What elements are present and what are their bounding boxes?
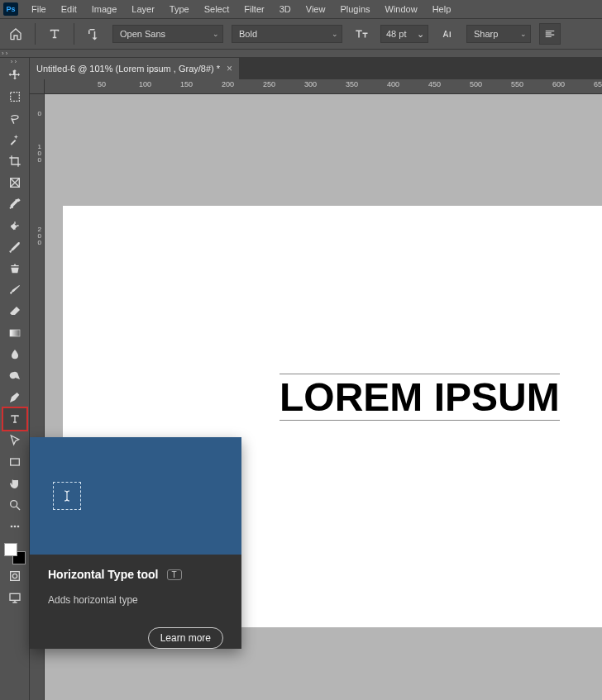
close-icon[interactable]: × [227, 63, 232, 74]
quick-mask-toggle[interactable] [3, 565, 26, 587]
svg-point-6 [13, 526, 16, 528]
frame-tool[interactable] [3, 172, 26, 193]
text-content[interactable]: LOREM IPSUM [280, 374, 560, 421]
font-size-input[interactable]: 48 pt ⌄ [380, 25, 428, 43]
marquee-tool[interactable] [3, 86, 26, 107]
menu-plugins[interactable]: Plugins [333, 2, 376, 17]
svg-point-4 [10, 501, 17, 507]
zoom-tool[interactable] [3, 494, 26, 516]
text-layer[interactable]: LOREM IPSUM [280, 374, 560, 421]
svg-rect-10 [10, 593, 20, 600]
svg-point-5 [10, 526, 12, 528]
svg-rect-2 [10, 330, 20, 336]
document-tab-strip: Untitled-6 @ 101% (Lorem ipsum , Gray/8#… [30, 58, 602, 79]
type-tool-icon[interactable] [44, 23, 65, 45]
toolbox-grip[interactable]: ›› [0, 58, 29, 64]
foreground-color-swatch[interactable] [4, 543, 17, 556]
menu-file[interactable]: File [25, 2, 53, 17]
tool-tooltip: Horizontal Type tool T Adds horizontal t… [30, 437, 241, 649]
move-tool[interactable] [3, 64, 26, 86]
font-family-dropdown[interactable]: Open Sans ⌄ [112, 25, 223, 43]
antialias-icon [437, 23, 458, 45]
chevron-down-icon: ⌄ [515, 30, 527, 38]
screen-mode-toggle[interactable] [3, 587, 26, 608]
document-tab-title: Untitled-6 @ 101% (Lorem ipsum , Gray/8#… [36, 64, 220, 74]
history-brush-tool[interactable] [3, 279, 26, 301]
brush-tool[interactable] [3, 236, 26, 258]
gradient-tool[interactable] [3, 322, 26, 344]
menu-window[interactable]: Window [379, 2, 424, 17]
lasso-tool[interactable] [3, 107, 26, 129]
menu-3d[interactable]: 3D [273, 2, 298, 17]
menu-image[interactable]: Image [85, 2, 124, 17]
healing-brush-tool[interactable] [3, 215, 26, 236]
type-tool[interactable] [3, 408, 26, 430]
font-style-value: Bold [239, 29, 257, 39]
edit-toolbar[interactable] [3, 516, 26, 537]
color-swatches[interactable] [3, 542, 26, 565]
toolbox: ›› [0, 58, 30, 700]
magic-wand-tool[interactable] [3, 129, 26, 150]
svg-point-9 [12, 574, 17, 578]
chevron-down-icon: ⌄ [327, 30, 338, 38]
font-family-value: Open Sans [120, 29, 165, 39]
pen-tool[interactable] [3, 387, 26, 408]
eyedropper-tool[interactable] [3, 193, 26, 215]
separator [35, 23, 36, 45]
menu-edit[interactable]: Edit [55, 2, 84, 17]
antialias-value: Sharp [474, 29, 498, 39]
options-bar: Open Sans ⌄ Bold ⌄ 48 pt ⌄ Sharp ⌄ [0, 18, 602, 50]
app-logo: Ps [3, 2, 18, 16]
tooltip-description: Adds horizontal type [48, 594, 223, 606]
separator [74, 23, 74, 45]
align-left-button[interactable] [539, 23, 561, 45]
menu-bar: Ps File Edit Image Layer Type Select Fil… [0, 0, 602, 18]
panel-toggle-handle[interactable]: ›› [0, 50, 602, 58]
svg-rect-3 [10, 459, 19, 465]
type-cursor-icon [53, 482, 81, 510]
learn-more-button[interactable]: Learn more [148, 627, 223, 649]
tooltip-preview [30, 437, 241, 555]
chevron-down-icon: ⌄ [417, 29, 424, 40]
svg-rect-8 [10, 572, 19, 581]
text-orientation-icon[interactable] [83, 23, 104, 45]
menu-help[interactable]: Help [426, 2, 458, 17]
font-style-dropdown[interactable]: Bold ⌄ [232, 25, 342, 43]
dodge-tool[interactable] [3, 365, 26, 387]
menu-type[interactable]: Type [163, 2, 196, 17]
menu-select[interactable]: Select [198, 2, 236, 17]
menu-layer[interactable]: Layer [125, 2, 161, 17]
clone-stamp-tool[interactable] [3, 258, 26, 279]
ruler-horizontal[interactable]: 50100150200250300350400450500550600650 [45, 79, 602, 94]
blur-tool[interactable] [3, 344, 26, 365]
path-selection-tool[interactable] [3, 430, 26, 451]
font-size-value: 48 pt [386, 29, 406, 39]
hand-tool[interactable] [3, 473, 26, 494]
font-size-icon [351, 23, 372, 45]
menu-view[interactable]: View [299, 2, 332, 17]
ruler-origin[interactable] [30, 79, 45, 94]
rectangle-tool[interactable] [3, 451, 26, 473]
svg-rect-0 [10, 93, 19, 102]
document-tab[interactable]: Untitled-6 @ 101% (Lorem ipsum , Gray/8#… [30, 58, 239, 79]
tooltip-shortcut: T [167, 569, 182, 580]
svg-point-7 [17, 526, 19, 528]
antialias-dropdown[interactable]: Sharp ⌄ [466, 25, 531, 43]
eraser-tool[interactable] [3, 301, 26, 322]
menu-filter[interactable]: Filter [237, 2, 270, 17]
home-icon[interactable] [5, 23, 26, 45]
crop-tool[interactable] [3, 150, 26, 172]
tooltip-title: Horizontal Type tool [48, 568, 159, 581]
chevron-down-icon: ⌄ [208, 30, 219, 38]
